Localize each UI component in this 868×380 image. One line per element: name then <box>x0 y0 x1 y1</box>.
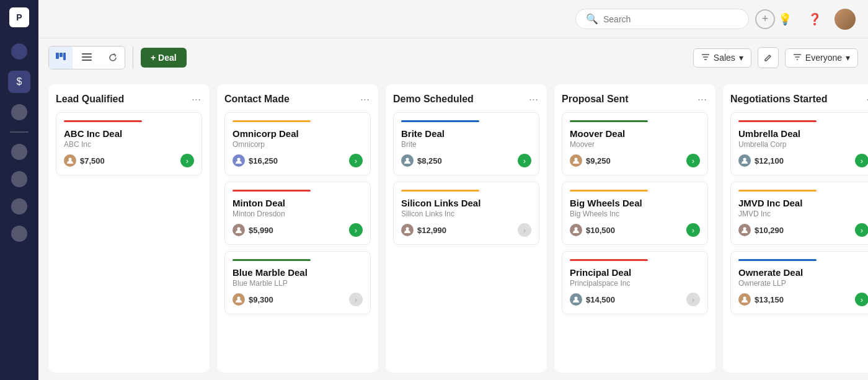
card-company-principal: Principalspace Inc <box>570 279 700 288</box>
sidebar-item-5[interactable] <box>11 171 27 187</box>
sidebar-item-dollar[interactable]: $ <box>8 71 30 93</box>
card-arrow-omnicorp[interactable]: › <box>349 154 363 167</box>
card-footer-principal: $14,500› <box>570 293 700 306</box>
svg-point-10 <box>406 158 409 161</box>
topbar-right: 💡 ❓ <box>775 9 856 30</box>
view-toggle <box>48 46 125 69</box>
card-abc-inc[interactable]: ABC Inc DealABC Inc$7,500› <box>56 112 202 175</box>
card-amount-jmvd: $10,290 <box>755 226 784 235</box>
card-avatar-ownerate <box>738 293 751 306</box>
card-bar-big-wheels <box>570 190 648 192</box>
card-arrow-big-wheels[interactable]: › <box>686 223 700 237</box>
card-footer-moover: $9,250› <box>570 154 700 167</box>
column-menu-proposal-sent[interactable]: ··· <box>696 93 708 106</box>
svg-point-8 <box>237 228 241 231</box>
everyone-filter[interactable]: Everyone ▾ <box>785 48 858 68</box>
pipeline-filter[interactable]: Sales ▾ <box>693 48 751 68</box>
svg-point-14 <box>575 297 578 300</box>
card-title-omnicorp: Omnicorp Deal <box>232 128 363 139</box>
column-negotiations-started: Negotiations Started···Umbrella DealUmbr… <box>723 84 868 373</box>
search-input[interactable] <box>603 14 738 24</box>
sidebar-item-1[interactable] <box>11 43 27 60</box>
sidebar-item-3[interactable] <box>11 104 27 120</box>
card-silicon-links[interactable]: Silicon Links DealSilicon Links Inc$12,9… <box>393 182 539 245</box>
svg-point-7 <box>237 158 241 161</box>
card-arrow-brite[interactable]: › <box>518 154 531 167</box>
column-contact-made: Contact Made···Omnicorp DealOmnicorp$16,… <box>217 84 378 373</box>
sidebar-item-6[interactable] <box>11 198 27 214</box>
card-arrow-ownerate[interactable]: › <box>855 293 868 306</box>
card-avatar-omnicorp <box>232 154 245 167</box>
edit-button[interactable] <box>758 47 779 68</box>
main-area: 🔍 + 💡 ❓ + Deal <box>38 0 868 380</box>
svg-point-12 <box>575 158 578 161</box>
card-bar-abc-inc <box>64 120 142 122</box>
card-title-moover: Moover Deal <box>570 128 700 139</box>
card-amount-minton: $5,990 <box>249 226 273 235</box>
card-title-minton: Minton Deal <box>232 198 363 208</box>
svg-rect-2 <box>63 53 66 60</box>
card-company-brite: Brite <box>401 140 531 149</box>
add-button[interactable]: + <box>755 9 775 29</box>
card-ownerate[interactable]: Ownerate DealOwnerate LLP$13,150› <box>730 251 868 314</box>
help-icon[interactable]: ❓ <box>805 9 825 29</box>
card-company-minton: Minton Dresdon <box>232 210 363 218</box>
card-footer-abc-inc: $7,500› <box>64 154 194 167</box>
column-title-lead-qualified: Lead Qualified <box>56 93 124 106</box>
kanban-view-button[interactable] <box>49 46 73 69</box>
card-principal[interactable]: Principal DealPrincipalspace Inc$14,500› <box>562 251 708 314</box>
bulb-icon[interactable]: 💡 <box>775 9 795 29</box>
card-amount-principal: $14,500 <box>586 295 615 304</box>
card-blue-marble[interactable]: Blue Marble DealBlue Marble LLP$9,300› <box>224 251 371 314</box>
card-company-silicon-links: Silicon Links Inc <box>401 210 531 218</box>
everyone-label: Everyone <box>805 53 842 63</box>
avatar[interactable] <box>835 9 856 30</box>
sidebar: P $ <box>0 0 38 380</box>
add-deal-button[interactable]: + Deal <box>141 48 187 68</box>
card-umbrella[interactable]: Umbrella DealUmbrella Corp$12,100› <box>730 112 868 175</box>
svg-point-6 <box>69 158 72 161</box>
card-footer-omnicorp: $16,250› <box>232 154 363 167</box>
card-arrow-jmvd[interactable]: › <box>855 223 868 237</box>
card-omnicorp[interactable]: Omnicorp DealOmnicorp$16,250› <box>224 112 371 175</box>
card-arrow-silicon-links[interactable]: › <box>518 223 531 237</box>
card-bar-minton <box>232 190 311 192</box>
column-menu-demo-scheduled[interactable]: ··· <box>528 93 539 106</box>
card-avatar-jmvd <box>738 224 751 236</box>
sidebar-item-7[interactable] <box>11 226 27 242</box>
card-big-wheels[interactable]: Big Wheels DealBig Wheels Inc$10,500› <box>562 182 708 245</box>
card-arrow-minton[interactable]: › <box>349 223 363 237</box>
card-amount-wrap-silicon-links: $12,990 <box>401 224 446 236</box>
card-amount-wrap-principal: $14,500 <box>570 293 615 306</box>
card-moover[interactable]: Moover DealMoover$9,250› <box>562 112 708 175</box>
column-title-demo-scheduled: Demo Scheduled <box>393 93 474 106</box>
card-minton[interactable]: Minton DealMinton Dresdon$5,990› <box>224 182 371 245</box>
toolbar-right: Sales ▾ Everyone ▾ <box>693 47 858 68</box>
card-title-blue-marble: Blue Marble Deal <box>232 267 363 278</box>
card-title-brite: Brite Deal <box>401 128 531 139</box>
card-arrow-umbrella[interactable]: › <box>855 154 868 167</box>
sidebar-item-4[interactable] <box>11 144 27 160</box>
refresh-button[interactable] <box>101 46 125 69</box>
card-arrow-principal[interactable]: › <box>686 293 700 306</box>
card-amount-wrap-blue-marble: $9,300 <box>232 293 273 306</box>
column-header-demo-scheduled: Demo Scheduled··· <box>393 93 539 106</box>
card-brite[interactable]: Brite DealBrite$8,250› <box>393 112 539 175</box>
sidebar-logo[interactable]: P <box>9 7 29 27</box>
card-arrow-blue-marble[interactable]: › <box>349 293 363 306</box>
svg-rect-5 <box>82 60 92 61</box>
column-title-negotiations-started: Negotiations Started <box>730 93 827 106</box>
column-menu-negotiations-started[interactable]: ··· <box>865 93 868 106</box>
card-arrow-moover[interactable]: › <box>686 154 700 167</box>
search-wrapper[interactable]: 🔍 <box>575 9 749 29</box>
svg-rect-1 <box>60 53 63 57</box>
card-arrow-abc-inc[interactable]: › <box>180 154 194 167</box>
card-jmvd[interactable]: JMVD Inc DealJMVD Inc$10,290› <box>730 182 868 245</box>
card-bar-silicon-links <box>401 190 479 192</box>
column-menu-contact-made[interactable]: ··· <box>359 93 371 106</box>
column-menu-lead-qualified[interactable]: ··· <box>190 93 202 106</box>
svg-rect-3 <box>82 53 92 55</box>
list-view-button[interactable] <box>75 46 99 69</box>
svg-rect-4 <box>82 56 92 58</box>
svg-point-13 <box>575 228 578 231</box>
